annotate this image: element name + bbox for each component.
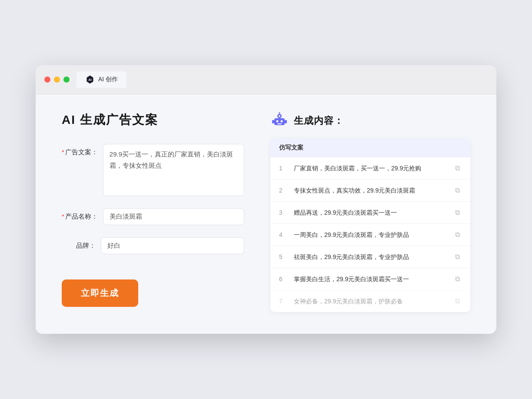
minimize-button[interactable] <box>54 76 60 83</box>
table-row: 4 一周美白，29.9元美白淡斑霜，专业护肤品 ⧉ <box>270 223 470 246</box>
svg-point-7 <box>281 120 283 123</box>
row-num: 5 <box>279 253 288 260</box>
row-text: 一周美白，29.9元美白淡斑霜，专业护肤品 <box>294 230 447 239</box>
copy-icon[interactable]: ⧉ <box>453 296 462 306</box>
brand-input[interactable] <box>101 237 244 254</box>
table-row: 2 专抹女性斑点，真实功效，29.9元美白淡斑霜 ⧉ <box>270 179 470 201</box>
product-name-label: *产品名称： <box>62 208 103 221</box>
svg-point-6 <box>276 120 279 123</box>
copy-icon[interactable]: ⧉ <box>453 208 462 217</box>
svg-point-11 <box>279 112 280 113</box>
result-title: 生成内容： <box>294 114 344 127</box>
copy-icon[interactable]: ⧉ <box>453 252 462 262</box>
row-num: 1 <box>279 165 288 172</box>
row-text: 掌握美白生活，29.9元美白淡斑霜买一送一 <box>294 275 447 284</box>
ai-tab-icon: AI <box>85 75 95 84</box>
required-star-2: * <box>62 213 64 220</box>
required-star-1: * <box>62 148 64 156</box>
main-layout: AI 生成广告文案 *广告文案： *产品名称： 品 <box>62 112 470 312</box>
ad-copy-group: *广告文案： <box>62 144 244 196</box>
product-name-group: *产品名称： <box>62 208 244 225</box>
left-panel: AI 生成广告文案 *广告文案： *产品名称： 品 <box>62 112 244 312</box>
titlebar: AI AI 创作 <box>36 65 496 94</box>
row-num: 6 <box>279 276 288 283</box>
row-text: 赠品再送，29.9元美白淡斑霜买一送一 <box>294 208 447 217</box>
table-row: 5 祛斑美白，29.9元美白淡斑霜，专业护肤品 ⧉ <box>270 246 470 268</box>
result-header: 生成内容： <box>270 112 470 130</box>
svg-point-9 <box>279 115 280 117</box>
svg-rect-4 <box>272 120 274 123</box>
copy-icon[interactable]: ⧉ <box>453 230 462 239</box>
product-name-input[interactable] <box>103 208 244 225</box>
generate-button[interactable]: 立即生成 <box>62 279 138 307</box>
result-table: 仿写文案 1 厂家直销，美白淡斑霜，买一送一，29.9元抢购 ⧉ 2 专抹女性斑… <box>270 139 470 312</box>
svg-rect-5 <box>285 120 287 123</box>
page-title: AI 生成广告文案 <box>62 112 244 128</box>
tab-ai-create[interactable]: AI AI 创作 <box>76 71 126 88</box>
table-row: 3 赠品再送，29.9元美白淡斑霜买一送一 ⧉ <box>270 201 470 223</box>
brand-group: 品牌： <box>62 237 244 254</box>
close-button[interactable] <box>44 76 50 83</box>
maximize-button[interactable] <box>63 76 70 83</box>
table-row: 1 厂家直销，美白淡斑霜，买一送一，29.9元抢购 ⧉ <box>270 157 470 179</box>
svg-text:AI: AI <box>88 78 91 82</box>
row-text: 厂家直销，美白淡斑霜，买一送一，29.9元抢购 <box>294 164 447 173</box>
svg-rect-8 <box>277 123 282 124</box>
browser-window: AI AI 创作 AI 生成广告文案 *广告文案： *产品 <box>36 65 496 334</box>
brand-label: 品牌： <box>62 237 101 250</box>
right-panel: 生成内容： 仿写文案 1 厂家直销，美白淡斑霜，买一送一，29.9元抢购 ⧉ 2… <box>270 112 470 312</box>
copy-icon[interactable]: ⧉ <box>453 186 462 195</box>
row-text: 祛斑美白，29.9元美白淡斑霜，专业护肤品 <box>294 253 447 262</box>
table-row: 6 掌握美白生活，29.9元美白淡斑霜买一送一 ⧉ <box>270 268 470 290</box>
window-controls <box>44 76 70 83</box>
row-text: 女神必备，29.9元美白淡斑霜，护肤必备 <box>294 297 447 306</box>
row-num: 4 <box>279 231 288 238</box>
table-row: 7 女神必备，29.9元美白淡斑霜，护肤必备 ⧉ <box>270 290 470 312</box>
row-num: 7 <box>279 298 288 305</box>
browser-content: AI 生成广告文案 *广告文案： *产品名称： 品 <box>36 94 496 334</box>
table-header: 仿写文案 <box>270 139 470 157</box>
copy-icon[interactable]: ⧉ <box>453 274 462 284</box>
tab-label: AI 创作 <box>98 76 118 83</box>
ad-copy-input[interactable] <box>103 144 244 196</box>
ad-copy-label: *广告文案： <box>62 144 103 156</box>
robot-icon <box>270 112 289 130</box>
row-text: 专抹女性斑点，真实功效，29.9元美白淡斑霜 <box>294 186 447 195</box>
row-num: 2 <box>279 187 288 194</box>
row-num: 3 <box>279 209 288 216</box>
copy-icon[interactable]: ⧉ <box>453 163 462 173</box>
